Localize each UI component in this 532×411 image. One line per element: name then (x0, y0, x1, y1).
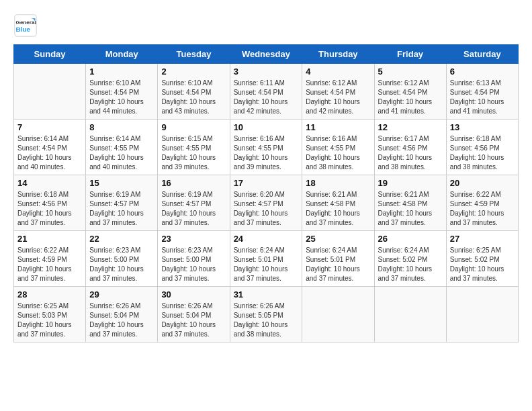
day-number: 31 (234, 289, 299, 300)
calendar-day-16: 16Sunrise: 6:19 AM Sunset: 4:57 PM Dayli… (158, 175, 230, 231)
calendar-day-17: 17Sunrise: 6:20 AM Sunset: 4:57 PM Dayli… (230, 175, 302, 231)
header-day-tuesday: Tuesday (158, 45, 230, 64)
day-number: 11 (306, 122, 370, 132)
header-day-monday: Monday (86, 45, 158, 64)
day-number: 10 (234, 122, 299, 132)
calendar-day-6: 6Sunrise: 6:13 AM Sunset: 4:54 PM Daylig… (446, 64, 518, 120)
page-header: General Blue (13, 13, 519, 38)
day-info: Sunrise: 6:25 AM Sunset: 5:02 PM Dayligh… (450, 246, 515, 283)
calendar-day-19: 19Sunrise: 6:21 AM Sunset: 4:58 PM Dayli… (374, 175, 446, 231)
svg-text:Blue: Blue (16, 26, 31, 33)
calendar-day-27: 27Sunrise: 6:25 AM Sunset: 5:02 PM Dayli… (446, 231, 518, 287)
day-number: 21 (17, 234, 82, 244)
day-info: Sunrise: 6:24 AM Sunset: 5:01 PM Dayligh… (234, 246, 299, 283)
day-number: 16 (161, 178, 226, 188)
day-info: Sunrise: 6:10 AM Sunset: 4:54 PM Dayligh… (89, 79, 154, 116)
calendar-day-2: 2Sunrise: 6:10 AM Sunset: 4:54 PM Daylig… (158, 64, 230, 120)
day-info: Sunrise: 6:22 AM Sunset: 4:59 PM Dayligh… (450, 190, 515, 228)
calendar-table: SundayMondayTuesdayWednesdayThursdayFrid… (13, 44, 519, 342)
day-number: 9 (161, 122, 226, 132)
calendar-header: SundayMondayTuesdayWednesdayThursdayFrid… (14, 45, 519, 64)
calendar-day-18: 18Sunrise: 6:21 AM Sunset: 4:58 PM Dayli… (302, 175, 374, 231)
day-number: 13 (450, 122, 515, 132)
calendar-body: 1Sunrise: 6:10 AM Sunset: 4:54 PM Daylig… (14, 64, 519, 342)
day-number: 22 (89, 234, 154, 244)
calendar-day-14: 14Sunrise: 6:18 AM Sunset: 4:56 PM Dayli… (14, 175, 86, 231)
day-info: Sunrise: 6:15 AM Sunset: 4:55 PM Dayligh… (161, 134, 226, 172)
calendar-day-13: 13Sunrise: 6:18 AM Sunset: 4:56 PM Dayli… (446, 120, 518, 175)
empty-cell (14, 64, 86, 120)
calendar-day-30: 30Sunrise: 6:26 AM Sunset: 5:04 PM Dayli… (158, 287, 230, 342)
day-info: Sunrise: 6:24 AM Sunset: 5:02 PM Dayligh… (378, 246, 443, 283)
day-info: Sunrise: 6:10 AM Sunset: 4:54 PM Dayligh… (161, 79, 226, 116)
day-info: Sunrise: 6:12 AM Sunset: 4:54 PM Dayligh… (378, 79, 443, 116)
day-number: 30 (161, 289, 226, 300)
day-number: 19 (378, 178, 443, 188)
calendar-day-12: 12Sunrise: 6:17 AM Sunset: 4:56 PM Dayli… (374, 120, 446, 175)
day-info: Sunrise: 6:19 AM Sunset: 4:57 PM Dayligh… (161, 190, 226, 228)
calendar-week-3: 14Sunrise: 6:18 AM Sunset: 4:56 PM Dayli… (14, 175, 519, 231)
day-number: 27 (450, 234, 515, 244)
day-number: 3 (234, 66, 299, 77)
day-info: Sunrise: 6:18 AM Sunset: 4:56 PM Dayligh… (450, 134, 515, 172)
day-info: Sunrise: 6:22 AM Sunset: 4:59 PM Dayligh… (17, 246, 82, 283)
calendar-day-31: 31Sunrise: 6:26 AM Sunset: 5:05 PM Dayli… (230, 287, 302, 342)
day-number: 23 (161, 234, 226, 244)
calendar-day-3: 3Sunrise: 6:11 AM Sunset: 4:54 PM Daylig… (230, 64, 302, 120)
calendar-day-28: 28Sunrise: 6:25 AM Sunset: 5:03 PM Dayli… (14, 287, 86, 342)
day-info: Sunrise: 6:16 AM Sunset: 4:55 PM Dayligh… (306, 134, 370, 172)
calendar-week-4: 21Sunrise: 6:22 AM Sunset: 4:59 PM Dayli… (14, 231, 519, 287)
calendar-day-1: 1Sunrise: 6:10 AM Sunset: 4:54 PM Daylig… (86, 64, 158, 120)
day-info: Sunrise: 6:26 AM Sunset: 5:04 PM Dayligh… (89, 302, 154, 339)
header-day-friday: Friday (374, 45, 446, 64)
calendar-day-20: 20Sunrise: 6:22 AM Sunset: 4:59 PM Dayli… (446, 175, 518, 231)
calendar-day-21: 21Sunrise: 6:22 AM Sunset: 4:59 PM Dayli… (14, 231, 86, 287)
day-number: 17 (234, 178, 299, 188)
day-number: 12 (378, 122, 443, 132)
empty-cell (374, 287, 446, 342)
day-info: Sunrise: 6:14 AM Sunset: 4:55 PM Dayligh… (89, 134, 154, 172)
day-number: 7 (17, 122, 82, 132)
day-number: 4 (306, 66, 370, 77)
calendar-day-25: 25Sunrise: 6:24 AM Sunset: 5:01 PM Dayli… (302, 231, 374, 287)
header-row: SundayMondayTuesdayWednesdayThursdayFrid… (14, 45, 519, 64)
header-day-wednesday: Wednesday (230, 45, 302, 64)
day-info: Sunrise: 6:21 AM Sunset: 4:58 PM Dayligh… (306, 190, 370, 228)
calendar-day-23: 23Sunrise: 6:23 AM Sunset: 5:00 PM Dayli… (158, 231, 230, 287)
day-number: 26 (378, 234, 443, 244)
day-info: Sunrise: 6:26 AM Sunset: 5:04 PM Dayligh… (161, 302, 226, 339)
calendar-day-7: 7Sunrise: 6:14 AM Sunset: 4:54 PM Daylig… (14, 120, 86, 175)
day-info: Sunrise: 6:16 AM Sunset: 4:55 PM Dayligh… (234, 134, 299, 172)
day-number: 18 (306, 178, 370, 188)
day-number: 15 (89, 178, 154, 188)
day-info: Sunrise: 6:12 AM Sunset: 4:54 PM Dayligh… (306, 79, 370, 116)
day-info: Sunrise: 6:21 AM Sunset: 4:58 PM Dayligh… (378, 190, 443, 228)
calendar-day-8: 8Sunrise: 6:14 AM Sunset: 4:55 PM Daylig… (86, 120, 158, 175)
calendar-day-24: 24Sunrise: 6:24 AM Sunset: 5:01 PM Dayli… (230, 231, 302, 287)
day-info: Sunrise: 6:13 AM Sunset: 4:54 PM Dayligh… (450, 79, 515, 116)
day-number: 28 (17, 289, 82, 300)
empty-cell (446, 287, 518, 342)
header-day-saturday: Saturday (446, 45, 518, 64)
calendar-day-15: 15Sunrise: 6:19 AM Sunset: 4:57 PM Dayli… (86, 175, 158, 231)
day-number: 2 (161, 66, 226, 77)
day-number: 29 (89, 289, 154, 300)
calendar-day-5: 5Sunrise: 6:12 AM Sunset: 4:54 PM Daylig… (374, 64, 446, 120)
calendar-day-29: 29Sunrise: 6:26 AM Sunset: 5:04 PM Dayli… (86, 287, 158, 342)
logo-icon: General Blue (13, 13, 38, 38)
day-number: 25 (306, 234, 370, 244)
calendar-week-1: 1Sunrise: 6:10 AM Sunset: 4:54 PM Daylig… (14, 64, 519, 120)
day-info: Sunrise: 6:14 AM Sunset: 4:54 PM Dayligh… (17, 134, 82, 172)
day-number: 6 (450, 66, 515, 77)
header-day-thursday: Thursday (302, 45, 374, 64)
day-number: 20 (450, 178, 515, 188)
svg-text:General: General (16, 19, 36, 26)
calendar-day-11: 11Sunrise: 6:16 AM Sunset: 4:55 PM Dayli… (302, 120, 374, 175)
day-info: Sunrise: 6:20 AM Sunset: 4:57 PM Dayligh… (234, 190, 299, 228)
calendar-week-2: 7Sunrise: 6:14 AM Sunset: 4:54 PM Daylig… (14, 120, 519, 175)
header-day-sunday: Sunday (14, 45, 86, 64)
day-info: Sunrise: 6:18 AM Sunset: 4:56 PM Dayligh… (17, 190, 82, 228)
calendar-day-4: 4Sunrise: 6:12 AM Sunset: 4:54 PM Daylig… (302, 64, 374, 120)
day-info: Sunrise: 6:11 AM Sunset: 4:54 PM Dayligh… (234, 79, 299, 116)
day-info: Sunrise: 6:23 AM Sunset: 5:00 PM Dayligh… (89, 246, 154, 283)
